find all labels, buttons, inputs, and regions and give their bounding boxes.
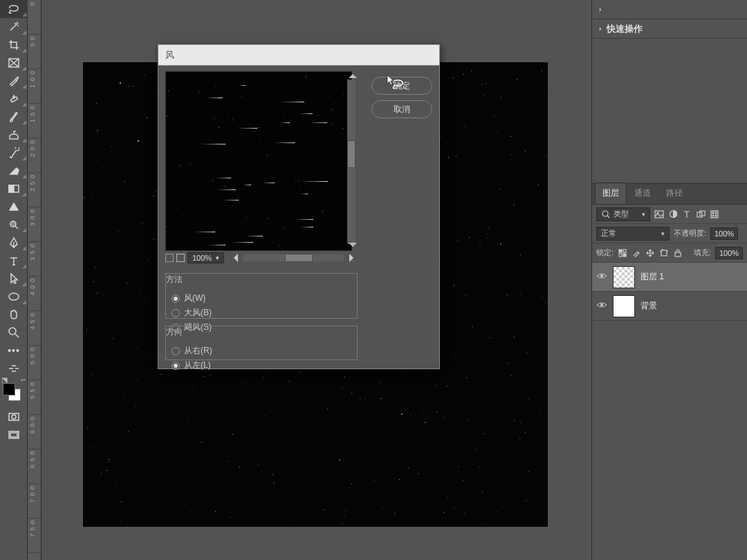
vertical-ruler: 0 5 0 1 0 0 1 5 0 2 0 0 2 5 0 3 0 0 3 5 … [28, 0, 42, 560]
preview-scroll-thumb[interactable] [347, 140, 356, 168]
zoom-tool[interactable] [0, 324, 28, 342]
healing-brush-tool[interactable] [0, 90, 28, 108]
lock-fill-row: 锁定: 填充: 100% [592, 243, 747, 263]
visibility-toggle[interactable] [596, 272, 607, 282]
accordion-1[interactable]: › [592, 0, 747, 19]
svg-rect-10 [10, 433, 17, 437]
layers-list: 图层 1 背景 [592, 263, 747, 321]
ok-button[interactable]: 确定 [371, 77, 432, 95]
layer-thumbnail[interactable] [613, 266, 635, 288]
direction-right[interactable]: 从右(R) [172, 345, 351, 357]
filter-image-icon[interactable] [654, 209, 664, 219]
gradient-tool[interactable] [0, 180, 28, 198]
lock-move-icon[interactable] [645, 248, 655, 258]
preview-scroll-right[interactable] [349, 254, 358, 262]
edit-toolbar-icon[interactable] [0, 360, 28, 377]
svg-point-6 [9, 328, 16, 335]
toolbar: ••• ⬔ ⤺ [0, 0, 28, 560]
more-tools[interactable]: ••• [0, 342, 28, 360]
method-legend: 方法 [166, 274, 183, 284]
history-brush-tool[interactable] [0, 144, 28, 162]
svg-rect-19 [623, 250, 626, 252]
preview-scroll-left[interactable] [230, 254, 238, 262]
brush-tool[interactable] [0, 108, 28, 126]
layer-row[interactable]: 图层 1 [592, 263, 747, 292]
preview-hscroll-track[interactable] [243, 254, 344, 261]
blend-mode-select[interactable]: 正常 ▾ [596, 227, 670, 241]
method-wind[interactable]: 风(W) [172, 292, 351, 304]
cancel-button[interactable]: 取消 [371, 100, 432, 118]
preview-box[interactable] [165, 71, 352, 251]
swap-colors-icon[interactable]: ⤺ [21, 376, 26, 384]
search-icon [601, 209, 611, 219]
radio-icon [172, 295, 180, 303]
eyedropper-tool[interactable] [0, 72, 28, 90]
fg-color[interactable] [3, 383, 15, 395]
chevron-down-icon: ▾ [642, 211, 645, 218]
tab-layers[interactable]: 图层 [595, 183, 627, 204]
layer-filter-row: 类型 ▾ [592, 205, 747, 224]
lasso-tool[interactable] [0, 0, 28, 18]
method-group: 方法 风(W) 大风(B) 飓风(S) [165, 273, 358, 319]
direction-left[interactable]: 从左(L) [172, 360, 351, 371]
frame-tool[interactable] [0, 54, 28, 72]
svg-point-25 [600, 304, 603, 306]
filter-adjust-icon[interactable] [668, 209, 678, 219]
preview-hscroll-thumb[interactable] [285, 254, 313, 262]
fill-value[interactable]: 100% [715, 247, 743, 259]
lock-artboard-icon[interactable] [659, 248, 669, 258]
svg-point-8 [12, 415, 16, 419]
color-swatches[interactable]: ⬔ ⤺ [0, 380, 28, 401]
svg-point-11 [602, 211, 608, 216]
magic-wand-tool[interactable] [0, 18, 28, 36]
accordion-quick[interactable]: › 快速操作 [592, 19, 747, 39]
svg-point-24 [600, 274, 603, 277]
lock-all-icon[interactable] [673, 248, 683, 258]
direction-legend: 方向 [166, 327, 183, 337]
eraser-tool[interactable] [0, 162, 28, 180]
tab-channels[interactable]: 通道 [627, 183, 658, 204]
accordion-quick-label: 快速操作 [607, 23, 643, 35]
pen-tool[interactable] [0, 234, 28, 252]
panel-tabs: 图层 通道 路径 [592, 184, 747, 205]
checkbox-icon[interactable] [165, 254, 174, 262]
triangle-icon[interactable] [0, 198, 28, 216]
crop-tool[interactable] [0, 36, 28, 54]
preview-scroll-down[interactable] [349, 243, 357, 251]
svg-rect-21 [623, 254, 626, 256]
tab-paths[interactable]: 路径 [658, 183, 690, 204]
svg-rect-20 [619, 254, 622, 256]
chevron-right-icon: › [599, 6, 601, 13]
chevron-down-icon: ▾ [216, 254, 219, 261]
layer-name[interactable]: 背景 [640, 300, 657, 312]
path-select-tool[interactable] [0, 270, 28, 288]
preview-scroll-up[interactable] [349, 70, 357, 78]
zoom-fit-icon[interactable] [176, 254, 185, 262]
visibility-toggle[interactable] [596, 301, 607, 311]
layer-thumbnail[interactable] [613, 295, 635, 317]
svg-point-5 [9, 293, 19, 300]
ellipse-tool[interactable] [0, 288, 28, 306]
filter-shape-icon[interactable] [696, 209, 706, 219]
layer-filter-kind[interactable]: 类型 ▾ [596, 207, 650, 221]
svg-rect-18 [619, 250, 622, 252]
chevron-down-icon: ▾ [661, 230, 665, 237]
svg-rect-17 [711, 211, 718, 218]
clone-stamp-tool[interactable] [0, 126, 28, 144]
lock-pixels-icon[interactable] [618, 248, 627, 258]
screen-mode-icon[interactable] [0, 426, 28, 444]
preview-zoom[interactable]: 100% ▾ [187, 252, 224, 263]
filter-smart-icon[interactable] [710, 209, 719, 219]
hand-tool[interactable] [0, 306, 28, 324]
quick-mask-icon[interactable] [0, 408, 28, 426]
opacity-value[interactable]: 100% [710, 227, 738, 240]
svg-rect-3 [9, 185, 14, 192]
direction-group: 方向 从右(R) 从左(L) [165, 326, 358, 360]
layer-name[interactable]: 图层 1 [640, 271, 664, 283]
layer-row[interactable]: 背景 [592, 292, 747, 321]
method-blast[interactable]: 大风(B) [172, 307, 351, 319]
type-tool[interactable] [0, 252, 28, 270]
zoom-blur-tool[interactable] [0, 216, 28, 234]
filter-type-icon[interactable] [682, 209, 692, 219]
lock-brush-icon[interactable] [631, 248, 641, 258]
